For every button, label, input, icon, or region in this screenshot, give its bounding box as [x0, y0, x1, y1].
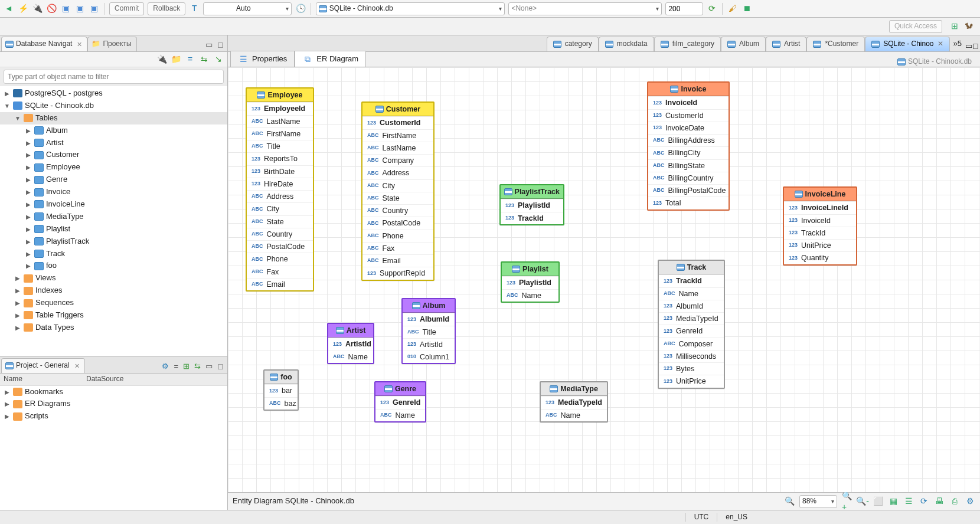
export-icon[interactable]: 🖶	[934, 496, 945, 507]
settings-icon[interactable]: ⚙	[965, 496, 975, 507]
collapse-icon[interactable]: =	[171, 361, 181, 373]
link-icon[interactable]: ⇆	[199, 54, 210, 65]
tree-node[interactable]: ▶InvoiceLine	[0, 198, 227, 211]
editor-tab[interactable]: Album	[721, 37, 766, 51]
zoom-in-icon[interactable]: 🔍+	[842, 496, 852, 507]
sql-recent-icon[interactable]: ▣	[89, 4, 99, 14]
grid-icon[interactable]: ▦	[888, 496, 899, 507]
connect-icon[interactable]: 🔌	[156, 54, 167, 65]
sql-editor-icon[interactable]: ▣	[60, 4, 71, 14]
layers-icon[interactable]: ☰	[903, 496, 914, 507]
plug-disconnect-icon[interactable]: 🚫	[46, 4, 57, 14]
perspective-dbeaver-icon[interactable]: 🐿	[963, 21, 974, 32]
filter-icon[interactable]: ↘	[213, 54, 224, 65]
editor-tab[interactable]: Artist	[766, 37, 806, 51]
tree-node[interactable]: ▼SQLite - Chinook.db	[0, 100, 227, 112]
zoom-combo[interactable]: 88%	[799, 495, 837, 508]
entity-foo[interactable]: foo123barABCbaz	[263, 369, 299, 411]
nav-back-icon[interactable]: ◄	[4, 4, 14, 14]
status-timezone[interactable]: UTC	[685, 513, 717, 522]
entity-playlist[interactable]: Playlist123PlaylistIdABCName	[501, 261, 560, 303]
schema-combo[interactable]: <None>	[508, 2, 662, 15]
tree-node[interactable]: ▶Bookmarks	[0, 386, 227, 398]
entity-customer[interactable]: Customer123CustomerIdABCFirstNameABCLast…	[361, 101, 435, 281]
tree-node[interactable]: ▶PlaylistTrack	[0, 235, 227, 248]
navigator-filter-input[interactable]	[4, 70, 224, 84]
tree-node[interactable]: ▼Tables	[0, 112, 227, 125]
new-folder-icon[interactable]: 📁	[171, 54, 181, 65]
plug-connect-icon[interactable]: ⚡	[18, 4, 28, 14]
tree-node[interactable]: ▶Scripts	[0, 410, 227, 423]
minimize-icon[interactable]: ▭	[965, 41, 972, 51]
tree-node[interactable]: ▶Sequences	[0, 297, 227, 309]
entity-mediatype[interactable]: MediaType123MediaTypeIdABCName	[540, 381, 608, 423]
zoom-out-icon[interactable]: 🔍-	[857, 496, 868, 507]
close-icon[interactable]: ✕	[74, 362, 80, 370]
maximize-icon[interactable]: ◻	[972, 41, 979, 51]
close-icon[interactable]: ✕	[937, 40, 943, 49]
editor-tab[interactable]: film_category	[654, 37, 721, 51]
entity-album[interactable]: Album123AlbumIdABCTitle123ArtistId010Col…	[401, 298, 456, 364]
rollback-button[interactable]: Rollback	[148, 2, 185, 15]
navigator-tree[interactable]: ▶PostgreSQL - postgres▼SQLite - Chinook.…	[0, 86, 227, 356]
datasource-combo[interactable]: SQLite - Chinook.db	[316, 2, 505, 15]
tabs-overflow[interactable]: »5	[950, 37, 965, 51]
tree-node[interactable]: ▶Playlist	[0, 223, 227, 235]
tree-node[interactable]: ▶Invoice	[0, 186, 227, 198]
maximize-icon[interactable]: ◻	[215, 39, 226, 51]
stop-icon[interactable]: ⏹	[741, 4, 752, 14]
tree-node[interactable]: ▶Artist	[0, 137, 227, 149]
link-icon[interactable]: ⇆	[192, 361, 203, 373]
status-locale[interactable]: en_US	[717, 513, 756, 522]
sql-new-icon[interactable]: ▣	[74, 4, 85, 14]
close-icon[interactable]: ✕	[77, 40, 82, 48]
tx-mode-icon[interactable]: T	[189, 4, 200, 14]
er-diagram-canvas[interactable]: Employee123EmployeeIdABCLastNameABCFirst…	[228, 67, 980, 492]
entity-artist[interactable]: Artist123ArtistIdABCName	[327, 323, 374, 364]
entity-genre[interactable]: Genre123GenreIdABCName	[374, 381, 426, 423]
tab-projects[interactable]: 📁Проекты	[87, 37, 136, 51]
tree-node[interactable]: ▶Customer	[0, 149, 227, 161]
tree-node[interactable]: ▶PostgreSQL - postgres	[0, 87, 227, 100]
tx-mode-combo[interactable]: Auto	[203, 2, 292, 15]
minimize-icon[interactable]: ▭	[203, 361, 215, 373]
entity-invoiceline[interactable]: InvoiceLine123InvoiceLineId123InvoiceId1…	[783, 186, 857, 266]
perspective-open-icon[interactable]: ⊞	[949, 21, 960, 32]
tree-node[interactable]: ▶Views	[0, 272, 227, 284]
tab-database-navigator[interactable]: Database Navigat✕	[1, 37, 87, 51]
search-icon[interactable]: 🔍	[784, 496, 795, 507]
tree-node[interactable]: ▶Genre	[0, 173, 227, 186]
entity-track[interactable]: Track123TrackIdABCName123AlbumId123Media…	[658, 260, 725, 389]
entity-invoice[interactable]: Invoice123InvoiceId123CustomerId123Invoi…	[647, 81, 730, 211]
maximize-icon[interactable]: ◻	[215, 361, 226, 373]
quick-access-button[interactable]: Quick Access	[889, 20, 942, 33]
history-icon[interactable]: 🕓	[295, 4, 306, 14]
collapse-icon[interactable]: =	[185, 54, 195, 65]
tab-project-general[interactable]: Project - General✕	[1, 358, 85, 373]
tree-node[interactable]: ▶Employee	[0, 161, 227, 173]
commit-button[interactable]: Commit	[109, 2, 144, 15]
brush-icon[interactable]: 🖌	[727, 4, 738, 14]
tree-node[interactable]: ▶foo	[0, 260, 227, 272]
editor-tab[interactable]: SQLite - Chinoo✕	[865, 37, 949, 51]
tree-node[interactable]: ▶Data Types	[0, 322, 227, 334]
add-icon[interactable]: ⊞	[181, 361, 192, 373]
subtab-er-diagram[interactable]: ⧉ER Diagram	[295, 51, 366, 67]
subtab-properties[interactable]: ☰Properties	[230, 51, 295, 67]
refresh-diagram-icon[interactable]: ⟳	[919, 496, 929, 507]
plug-icon[interactable]: 🔌	[32, 4, 43, 14]
entity-playlisttrack[interactable]: PlaylistTrack123PlaylistId123TrackId	[499, 184, 564, 225]
editor-tab[interactable]: *Customer	[806, 37, 865, 51]
minimize-icon[interactable]: ▭	[203, 39, 215, 51]
tree-node[interactable]: ▶Track	[0, 248, 227, 260]
entity-employee[interactable]: Employee123EmployeeIdABCLastNameABCFirst…	[246, 87, 314, 292]
tree-node[interactable]: ▶Album	[0, 125, 227, 137]
editor-tab[interactable]: category	[547, 37, 599, 51]
gear-icon[interactable]: ⚙	[159, 361, 171, 373]
tree-node[interactable]: ▶Indexes	[0, 284, 227, 297]
fit-icon[interactable]: ⬜	[873, 496, 883, 507]
refresh-icon[interactable]: ⟳	[707, 4, 717, 14]
editor-tab[interactable]: mockdata	[599, 37, 654, 51]
fetch-size-input[interactable]	[665, 2, 703, 15]
tree-node[interactable]: ▶MediaType	[0, 211, 227, 223]
